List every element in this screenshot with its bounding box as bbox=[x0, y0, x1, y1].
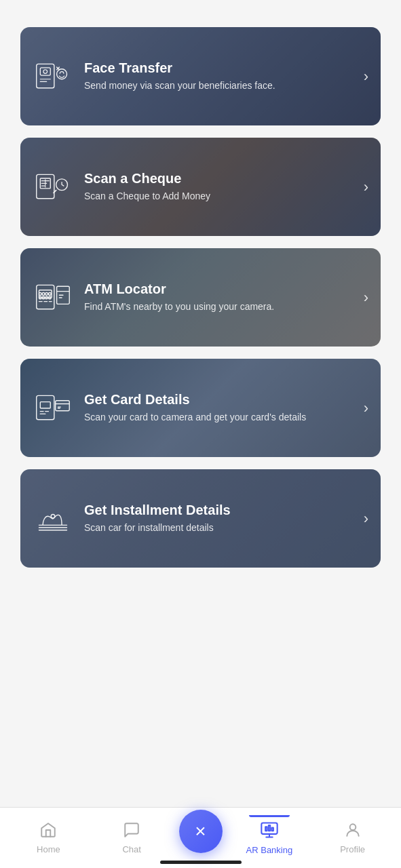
card-title-face-transfer: Face Transfer bbox=[84, 60, 357, 76]
card-arrow-face-transfer: › bbox=[364, 68, 368, 85]
card-atm-locator[interactable]: ATM Locator Find ATM's nearby to you usi… bbox=[20, 248, 381, 347]
card-arrow-get-card-details: › bbox=[364, 399, 368, 417]
nav-label-profile: Profile bbox=[340, 844, 365, 854]
nav-item-profile[interactable]: Profile bbox=[311, 816, 394, 860]
card-text-get-card-details: Get Card Details Scan your card to camer… bbox=[84, 392, 357, 425]
nav-item-chat[interactable]: Chat bbox=[90, 816, 174, 860]
atm-locator-icon bbox=[33, 277, 73, 318]
card-arrow-get-installment-details: › bbox=[364, 510, 368, 528]
card-details-icon bbox=[33, 388, 73, 429]
nav-item-home[interactable]: Home bbox=[7, 816, 90, 860]
svg-point-23 bbox=[349, 824, 356, 830]
card-title-atm-locator: ATM Locator bbox=[84, 281, 357, 297]
svg-rect-22 bbox=[261, 823, 277, 834]
card-title-get-card-details: Get Card Details bbox=[84, 392, 357, 408]
ar-banking-active-indicator bbox=[249, 815, 290, 817]
center-action-button[interactable]: × bbox=[179, 810, 223, 853]
card-subtitle-get-installment-details: Scan car for installment details bbox=[84, 521, 357, 535]
card-subtitle-face-transfer: Send money via scan your beneficiaries f… bbox=[84, 79, 357, 93]
svg-point-21 bbox=[51, 514, 55, 518]
svg-rect-19 bbox=[40, 401, 50, 408]
home-icon bbox=[39, 821, 57, 842]
card-content: ATM Locator Find ATM's nearby to you usi… bbox=[20, 277, 381, 318]
svg-rect-1 bbox=[40, 67, 50, 75]
svg-point-10 bbox=[42, 292, 45, 295]
card-title-get-installment-details: Get Installment Details bbox=[84, 502, 357, 518]
nav-label-chat: Chat bbox=[122, 844, 140, 854]
card-subtitle-atm-locator: Find ATM's nearby to you using your came… bbox=[84, 300, 357, 314]
card-scan-cheque[interactable]: Scan a Cheque Scan a Cheque to Add Money… bbox=[20, 138, 381, 236]
content-area: Face Transfer Send money via scan your b… bbox=[0, 0, 401, 793]
card-content: Get Card Details Scan your card to camer… bbox=[20, 388, 381, 429]
card-content: Get Installment Details Scan car for ins… bbox=[20, 498, 381, 539]
svg-rect-20 bbox=[56, 400, 70, 410]
chat-icon bbox=[123, 821, 140, 842]
card-arrow-scan-cheque: › bbox=[364, 178, 368, 196]
card-content: Face Transfer Send money via scan your b… bbox=[20, 56, 381, 97]
card-text-scan-cheque: Scan a Cheque Scan a Cheque to Add Money bbox=[84, 171, 357, 203]
home-indicator bbox=[160, 861, 242, 864]
installment-icon bbox=[33, 498, 73, 539]
card-face-transfer[interactable]: Face Transfer Send money via scan your b… bbox=[20, 27, 381, 125]
card-get-card-details[interactable]: Get Card Details Scan your card to camer… bbox=[20, 359, 381, 457]
card-text-atm-locator: ATM Locator Find ATM's nearby to you usi… bbox=[84, 281, 357, 314]
card-content: Scan a Cheque Scan a Cheque to Add Money… bbox=[20, 167, 381, 208]
scan-cheque-icon bbox=[33, 167, 73, 208]
ar-banking-icon bbox=[260, 821, 279, 842]
svg-point-9 bbox=[39, 292, 41, 295]
nav-item-ar-banking[interactable]: AR Banking bbox=[228, 815, 311, 861]
card-arrow-atm-locator: › bbox=[364, 289, 368, 307]
card-subtitle-get-card-details: Scan your card to camera and get your ca… bbox=[84, 411, 357, 425]
face-transfer-icon bbox=[33, 56, 73, 97]
close-icon: × bbox=[195, 822, 206, 841]
bottom-nav: Home Chat × AR Banking bbox=[0, 807, 401, 868]
nav-label-home: Home bbox=[37, 844, 60, 854]
card-get-installment-details[interactable]: Get Installment Details Scan car for ins… bbox=[20, 469, 381, 568]
svg-point-12 bbox=[48, 292, 51, 295]
card-subtitle-scan-cheque: Scan a Cheque to Add Money bbox=[84, 190, 357, 203]
svg-point-2 bbox=[43, 69, 47, 73]
card-text-get-installment-details: Get Installment Details Scan car for ins… bbox=[84, 502, 357, 535]
svg-point-11 bbox=[45, 292, 48, 295]
nav-label-ar-banking: AR Banking bbox=[246, 845, 293, 855]
svg-rect-18 bbox=[37, 395, 54, 419]
card-text-face-transfer: Face Transfer Send money via scan your b… bbox=[84, 60, 357, 93]
card-title-scan-cheque: Scan a Cheque bbox=[84, 171, 357, 186]
profile-icon bbox=[344, 821, 362, 842]
nav-item-center[interactable]: × bbox=[174, 804, 228, 869]
